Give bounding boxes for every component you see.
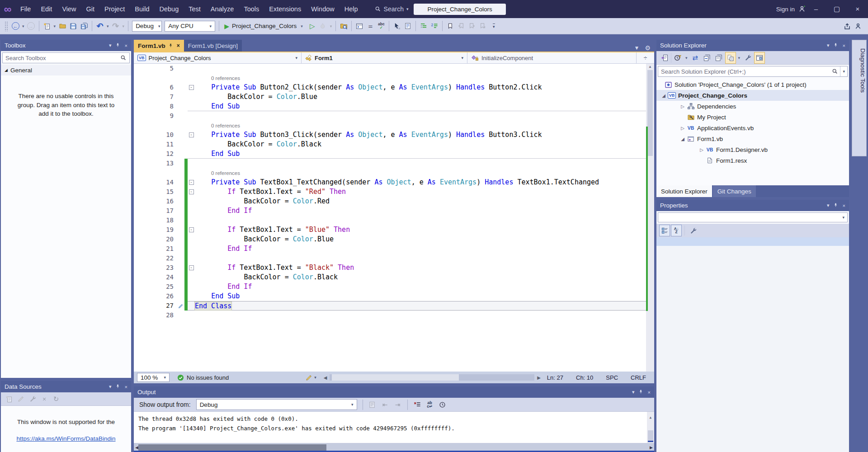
code-line-body[interactable]: End Sub — [188, 292, 646, 301]
output-source-dropdown[interactable]: Debug ▾ — [196, 399, 357, 410]
code-line[interactable]: 27End Class — [134, 301, 646, 311]
scroll-left-icon[interactable]: ◀ — [324, 375, 327, 380]
chevron-down-icon[interactable]: ▾ — [121, 24, 126, 28]
fold-minus-icon[interactable]: - — [189, 227, 194, 232]
collapse-all-icon[interactable] — [702, 52, 712, 64]
line-number[interactable]: 13 — [134, 159, 177, 168]
scroll-up-icon[interactable]: ▲ — [650, 415, 652, 419]
line-number[interactable]: 19 — [134, 225, 177, 235]
glyph-margin[interactable] — [177, 102, 184, 111]
glyph-margin[interactable] — [177, 311, 184, 320]
configure-data-source-icon[interactable] — [27, 393, 38, 405]
glyph-margin[interactable] — [177, 83, 184, 92]
line-number[interactable]: 23 — [134, 263, 177, 273]
solution-explorer-header[interactable]: Solution Explorer ▾ × — [656, 40, 849, 51]
menu-edit[interactable]: Edit — [36, 0, 57, 18]
line-number[interactable]: 21 — [134, 244, 177, 254]
code-line-body[interactable]: BackColor = Color.Red — [188, 197, 646, 206]
menu-analyze[interactable]: Analyze — [206, 0, 239, 18]
code-line[interactable]: 25 End If — [134, 282, 646, 292]
chevron-down-icon[interactable]: ▾ — [827, 42, 830, 48]
code-cleanup-margin-icon[interactable] — [177, 301, 184, 311]
save-all-icon[interactable] — [79, 20, 90, 32]
code-line[interactable]: 13 — [134, 159, 646, 168]
solution-explorer-search[interactable]: ▾ — [658, 66, 848, 77]
codelens-row[interactable]: 0 references — [134, 168, 646, 178]
tree-item-form1-resx[interactable]: Form1.resx — [656, 155, 849, 166]
line-number[interactable]: 6 — [134, 83, 177, 92]
menu-view[interactable]: View — [57, 0, 81, 18]
start-without-debugging-icon[interactable]: ▷ — [307, 20, 318, 32]
search-icon[interactable] — [118, 55, 129, 61]
code-line-body[interactable]: - If TextBox1.Text = "Blue" Then — [188, 225, 646, 235]
codelens-references[interactable]: 0 references — [195, 170, 240, 176]
line-number[interactable]: 15 — [134, 187, 177, 197]
code-line-body[interactable]: End If — [188, 282, 646, 292]
chevron-down-icon[interactable]: ▾ — [827, 202, 830, 208]
code-line[interactable]: 19- If TextBox1.Text = "Blue" Then — [134, 225, 646, 235]
toolbar-grip[interactable] — [5, 21, 8, 31]
code-line[interactable]: 23- If TextBox1.Text = "Black" Then — [134, 263, 646, 273]
toolbox-section-general[interactable]: ◢ General — [1, 65, 131, 75]
code-line[interactable]: 18 — [134, 216, 646, 225]
glyph-margin[interactable] — [177, 273, 184, 282]
fold-collapse-icon[interactable]: - — [188, 187, 195, 197]
glyph-margin[interactable] — [177, 235, 184, 244]
close-icon[interactable]: × — [125, 384, 127, 390]
fold-minus-icon[interactable]: - — [189, 265, 194, 270]
new-project-icon[interactable] — [42, 20, 52, 32]
close-button[interactable]: × — [847, 0, 868, 18]
code-line-body[interactable]: - If TextBox1.Text = "Red" Then — [188, 187, 646, 197]
code-line[interactable]: 10- Private Sub Button3_Click(sender As … — [134, 130, 646, 140]
line-number[interactable]: 27 — [134, 301, 177, 311]
parameter-info-icon[interactable] — [402, 20, 413, 32]
code-line[interactable]: 16 BackColor = Color.Red — [134, 197, 646, 206]
menu-project[interactable]: Project — [99, 0, 130, 18]
toolbox-search-input[interactable] — [3, 55, 118, 61]
menu-test[interactable]: Test — [184, 0, 206, 18]
code-line[interactable]: 6- Private Sub Button2_Click(sender As O… — [134, 83, 646, 92]
previous-message-icon[interactable]: ⇤ — [380, 399, 391, 410]
sync-with-active-document-icon[interactable]: ⇄ — [690, 52, 701, 64]
code-line-body[interactable]: - Private Sub TextBox1_TextChanged(sende… — [188, 178, 646, 187]
code-line-body[interactable] — [188, 311, 646, 320]
tree-item-form1-vb[interactable]: ◢Form1.vb — [656, 133, 849, 144]
undo-icon[interactable]: ↶ — [94, 20, 105, 32]
chevron-down-icon[interactable]: ▾ — [329, 24, 334, 28]
code-line-body[interactable]: End Sub — [188, 149, 646, 159]
tab-form1-vb[interactable]: Form1.vb × — [134, 40, 184, 52]
hot-reload-icon[interactable] — [318, 20, 329, 32]
glyph-margin[interactable] — [177, 263, 184, 273]
code-line-body[interactable] — [188, 64, 646, 73]
glyph-margin[interactable] — [177, 121, 184, 130]
remove-data-source-icon[interactable]: × — [39, 393, 50, 405]
chevron-down-icon[interactable]: ▾ — [109, 42, 112, 48]
code-line-body[interactable]: End If — [188, 244, 646, 254]
tree-item-applicationevents-vb[interactable]: ▷VBApplicationEvents.vb — [656, 122, 849, 133]
tree-item-project-change-colors[interactable]: ◢VBProject_Change_Colors — [656, 90, 849, 101]
scroll-right-icon[interactable]: ▶ — [537, 375, 541, 380]
split-editor-button[interactable]: ÷ — [637, 52, 654, 63]
menu-window[interactable]: Window — [306, 0, 340, 18]
glyph-margin[interactable] — [177, 225, 184, 235]
code-line-body[interactable]: 0 references — [188, 73, 646, 83]
issues-indicator[interactable]: No issues found — [177, 374, 229, 381]
uncomment-icon[interactable]: 2 — [429, 20, 440, 32]
search-icon[interactable] — [830, 68, 840, 75]
chevron-down-icon[interactable]: ▾ — [52, 24, 57, 28]
spell-checker-icon[interactable]: abc✓ — [376, 20, 387, 32]
expanded-arrow-icon[interactable]: ◢ — [679, 137, 686, 141]
codelens-references[interactable]: 0 references — [195, 75, 240, 81]
code-line[interactable]: 20 BackColor = Color.Blue — [134, 235, 646, 244]
open-file-icon[interactable] — [57, 20, 68, 32]
add-data-source-icon[interactable] — [4, 393, 14, 405]
gear-icon[interactable]: ⚙ — [645, 44, 651, 52]
properties-pages-icon[interactable] — [713, 52, 724, 64]
collapsed-arrow-icon[interactable]: ▷ — [679, 126, 686, 131]
code-line-body[interactable]: End If — [188, 206, 646, 216]
glyph-margin[interactable] — [177, 254, 184, 263]
code-line[interactable]: 5 — [134, 64, 646, 73]
redo-icon[interactable]: ↷ — [110, 20, 121, 32]
clock-icon[interactable] — [437, 399, 448, 410]
code-line-body[interactable]: BackColor = Color.Blue — [188, 92, 646, 102]
